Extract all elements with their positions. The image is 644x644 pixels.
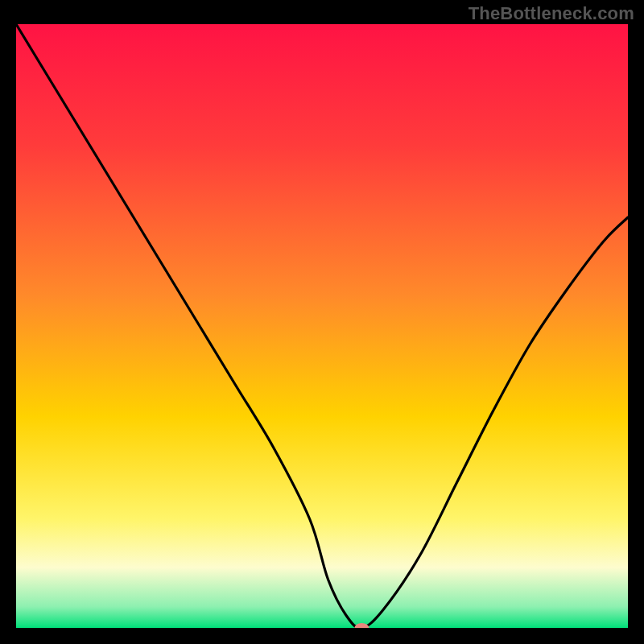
chart-frame: TheBottleneck.com	[0, 0, 644, 644]
watermark-text: TheBottleneck.com	[469, 3, 634, 24]
plot-area	[16, 24, 628, 628]
bottleneck-chart	[16, 24, 628, 628]
gradient-background	[16, 24, 628, 628]
